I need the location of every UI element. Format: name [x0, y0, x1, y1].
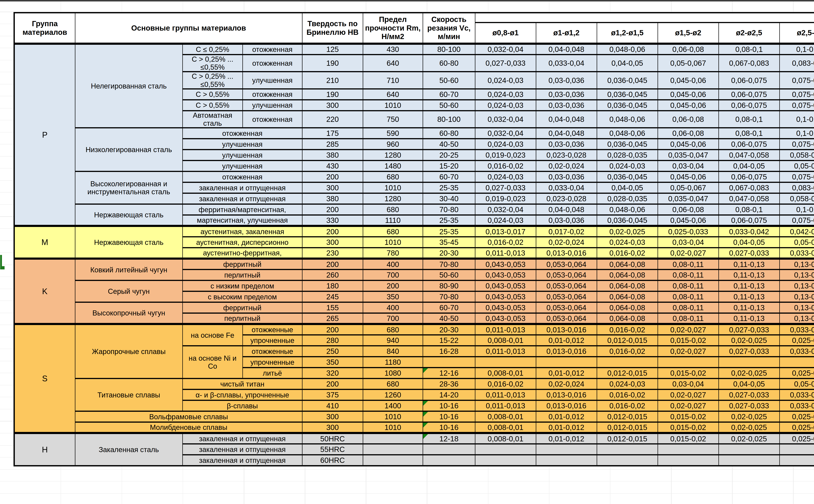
feed-col-header[interactable]: ø2-ø2,5	[719, 22, 780, 44]
vc-cell[interactable]: 25-35	[423, 182, 475, 193]
vc-cell[interactable]: 12-16	[423, 368, 475, 379]
vc-cell[interactable]: 60-80	[423, 54, 475, 72]
material-subtype-cell[interactable]: отожженная	[182, 171, 302, 182]
vc-cell[interactable]: 35-45	[423, 237, 475, 248]
feed-cell[interactable]: 0,06-0,075	[719, 139, 780, 150]
feed-cell[interactable]: 0,027-0,033	[719, 248, 780, 259]
feed-cell[interactable]: 0,08-0,11	[658, 280, 719, 291]
rm-cell[interactable]: 680	[363, 171, 423, 182]
hb-cell[interactable]: 300	[302, 422, 363, 433]
feed-cell[interactable]: 0,008-0,01	[475, 411, 536, 422]
vc-cell[interactable]: 40-50	[423, 313, 475, 324]
feed-cell[interactable]: 0,06-0,075	[719, 215, 780, 226]
feed-col-header[interactable]: ø1,5-ø2	[658, 22, 719, 44]
feed-cell[interactable]: 0,028-0,035	[597, 150, 658, 161]
vc-cell[interactable]: 20-30	[423, 324, 475, 335]
hb-cell[interactable]: 380	[302, 193, 363, 204]
feed-cell[interactable]: 0,064-0,08	[597, 291, 658, 302]
feed-cell[interactable]	[658, 455, 719, 466]
material-subtype-cell[interactable]: закаленная и отпущенная	[182, 182, 302, 193]
feed-cell[interactable]: 0,027-0,033	[475, 182, 536, 193]
feed-cell[interactable]: 0,05-0,067	[658, 182, 719, 193]
feed-cell[interactable]: 0,06-0,075	[719, 72, 780, 89]
feed-cell[interactable]: 0,027-0,033	[719, 346, 780, 357]
rm-cell[interactable]: 680	[363, 226, 423, 237]
feed-cell[interactable]: 0,012-0,015	[597, 422, 658, 433]
feed-cell[interactable]: 0,02-0,027	[658, 324, 719, 335]
feed-cell[interactable]: 0,024-0,03	[597, 161, 658, 171]
feed-cell[interactable]: 0,064-0,08	[597, 313, 658, 324]
feed-cell[interactable]: 0,036-0,045	[597, 72, 658, 89]
material-subtype-cell[interactable]: закаленная и отпущенная	[182, 444, 302, 455]
feed-cell[interactable]: 0,025-0,033	[658, 226, 719, 237]
material-subtype-cell[interactable]: улучшенная	[182, 150, 302, 161]
header-main-groups[interactable]: Основные группы материалов	[75, 13, 302, 44]
feed-cell[interactable]: 0,04-0,048	[536, 44, 597, 54]
feed-cell[interactable]: 0,015-0,02	[658, 368, 719, 379]
header-feed-title[interactable]: Подача Fn, мм/об	[475, 13, 814, 22]
feed-cell[interactable]: 0,083-0,13	[780, 54, 814, 72]
hb-cell[interactable]: 180	[302, 280, 363, 291]
hb-cell[interactable]: 280	[302, 335, 363, 346]
feed-cell[interactable]: 0,02-0,027	[658, 389, 719, 400]
feed-cell[interactable]: 0,08-0,11	[658, 302, 719, 313]
vc-cell[interactable]	[423, 357, 475, 368]
material-group-cell[interactable]: Серый чугун	[75, 280, 182, 302]
rm-cell[interactable]	[363, 444, 423, 455]
feed-cell[interactable]: 0,027-0,033	[719, 324, 780, 335]
material-subtype-cell[interactable]: на основе Fe	[182, 324, 242, 346]
material-group-cell[interactable]: Нержавеющая сталь	[75, 226, 182, 259]
feed-cell[interactable]: 0,024-0,03	[475, 89, 536, 100]
feed-cell[interactable]	[597, 357, 658, 368]
vc-cell[interactable]: 80-100	[423, 111, 475, 128]
feed-col-header[interactable]: ø2,5-ø4	[780, 22, 814, 44]
rm-cell[interactable]: 1010	[363, 237, 423, 248]
header-cutting-speed[interactable]: Скорость резания Vc, м/мин	[423, 13, 475, 44]
hb-cell[interactable]: 55HRC	[302, 444, 363, 455]
feed-cell[interactable]: 0,08-0,1	[719, 204, 780, 215]
feed-cell[interactable]: 0,08-0,1	[719, 44, 780, 54]
rm-cell[interactable]: 780	[363, 248, 423, 259]
feed-cell[interactable]: 0,033-0,053	[780, 248, 814, 259]
feed-cell[interactable]: 0,016-0,02	[597, 389, 658, 400]
vc-cell[interactable]: 60-70	[423, 302, 475, 313]
vc-cell[interactable]: 60-80	[423, 128, 475, 139]
feed-cell[interactable]: 0,083-0,13	[780, 182, 814, 193]
hb-cell[interactable]: 300	[302, 100, 363, 111]
feed-cell[interactable]: 0,008-0,01	[475, 368, 536, 379]
feed-cell[interactable]: 0,036-0,045	[597, 89, 658, 100]
hb-cell[interactable]: 210	[302, 72, 363, 89]
feed-cell[interactable]: 0,075-0,12	[780, 171, 814, 182]
feed-cell[interactable]: 0,024-0,03	[475, 72, 536, 89]
feed-cell[interactable]	[597, 455, 658, 466]
feed-cell[interactable]: 0,028-0,035	[597, 193, 658, 204]
rm-cell[interactable]	[363, 433, 423, 444]
material-subtype-cell[interactable]: α- и β-сплавы, упрочненные	[182, 389, 302, 400]
hb-cell[interactable]: 190	[302, 89, 363, 100]
feed-cell[interactable]: 0,023-0,028	[536, 150, 597, 161]
feed-cell[interactable]: 0,1-0,16	[780, 204, 814, 215]
feed-col-header[interactable]: ø1-ø1,2	[536, 22, 597, 44]
material-group-cell[interactable]: Жаропрочные сплавы	[75, 324, 182, 379]
feed-cell[interactable]: 0,025-0,04	[780, 433, 814, 444]
vc-cell[interactable]: 10-16	[423, 422, 475, 433]
feed-cell[interactable]: 0,012-0,015	[597, 411, 658, 422]
feed-cell[interactable]: 0,011-0,013	[475, 400, 536, 411]
material-subtype-cell[interactable]: Автоматная сталь	[182, 111, 242, 128]
group-letter-cell[interactable]: S	[14, 324, 75, 433]
hb-cell[interactable]: 200	[302, 379, 363, 389]
rm-cell[interactable]: 1180	[363, 357, 423, 368]
feed-cell[interactable]: 0,067-0,083	[719, 54, 780, 72]
feed-cell[interactable]: 0,008-0,01	[475, 433, 536, 444]
feed-cell[interactable]: 0,042-0,067	[780, 226, 814, 237]
feed-cell[interactable]: 0,016-0,02	[597, 324, 658, 335]
material-subtype-cell[interactable]: аустенитно-ферритная,	[182, 248, 302, 259]
feed-cell[interactable]: 0,033-0,053	[780, 389, 814, 400]
hb-cell[interactable]: 200	[302, 259, 363, 270]
hb-cell[interactable]: 50HRC	[302, 433, 363, 444]
header-strength[interactable]: Предел прочности Rm, Н/мм2	[363, 13, 423, 44]
feed-cell[interactable]: 0,013-0,016	[536, 248, 597, 259]
hb-cell[interactable]: 300	[302, 411, 363, 422]
feed-cell[interactable]: 0,11-0,13	[719, 259, 780, 270]
vc-cell[interactable]: 20-30	[423, 248, 475, 259]
